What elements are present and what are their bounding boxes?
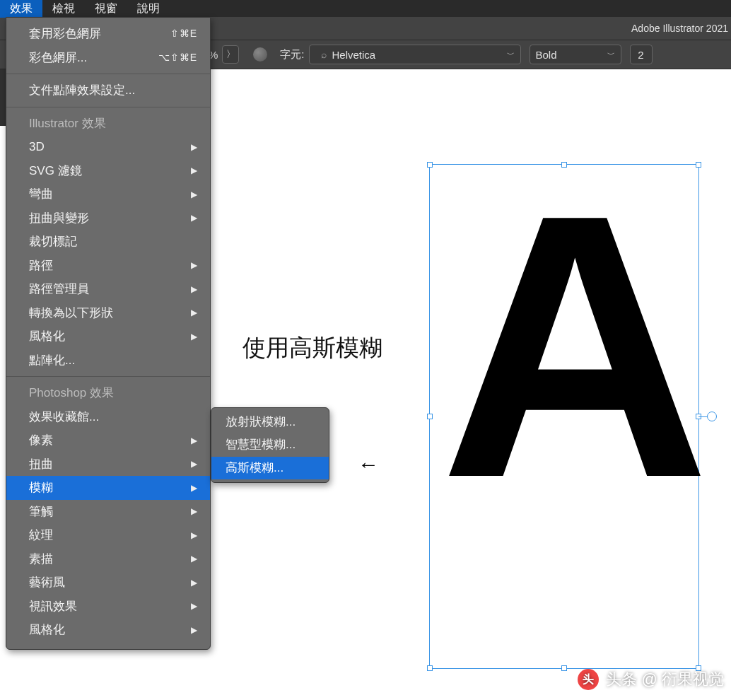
menu-item-label: 風格化	[29, 327, 65, 346]
menu-item-distort-transform[interactable]: 扭曲與變形▶	[6, 206, 210, 231]
menu-item-label: 模糊	[29, 479, 53, 497]
annotation-text: 使用高斯模糊	[242, 332, 382, 364]
menu-separator	[6, 74, 210, 74]
menu-item-rasterize[interactable]: 點陣化...	[6, 349, 210, 373]
menu-item-label: 像素	[29, 431, 53, 450]
menu-item-crop-marks[interactable]: 裁切標記	[6, 230, 210, 254]
menu-item-apply-color-halftone[interactable]: 套用彩色網屏 ⇧⌘E	[6, 22, 210, 46]
submenu-arrow-icon: ▶	[191, 505, 197, 518]
submenu-arrow-icon: ▶	[191, 211, 197, 224]
menu-item-label: 彎曲	[29, 185, 53, 204]
submenu-item-smart-blur[interactable]: 智慧型模糊...	[211, 433, 329, 456]
submenu-item-gaussian-blur[interactable]: 高斯模糊...	[211, 457, 329, 479]
menu-item-video[interactable]: 視訊效果▶	[6, 595, 210, 619]
menu-item-sketch[interactable]: 素描▶	[6, 547, 210, 571]
menu-item-pathfinder[interactable]: 路徑管理員▶	[6, 277, 210, 301]
submenu-arrow-icon: ▶	[191, 457, 197, 470]
canvas-letter: A	[440, 198, 703, 494]
menu-item-label: 3D	[29, 138, 45, 156]
font-label: 字元:	[280, 48, 304, 62]
menu-item-blur[interactable]: 模糊▶	[6, 476, 210, 500]
font-family-value: Helvetica	[329, 49, 507, 61]
options-expand-button[interactable]: 〉	[222, 45, 239, 64]
submenu-arrow-icon: ▶	[191, 434, 197, 447]
search-icon: ⌕	[321, 49, 327, 60]
menu-item-label: 文件點陣效果設定...	[29, 81, 135, 100]
globe-icon[interactable]	[253, 47, 267, 62]
menu-item-brush-strokes[interactable]: 筆觸▶	[6, 500, 210, 524]
menu-item-label: 轉換為以下形狀	[29, 304, 113, 322]
submenu-arrow-icon: ▶	[191, 552, 197, 565]
handle-ml[interactable]	[427, 414, 433, 419]
menubar-item-help[interactable]: 說明	[127, 0, 170, 18]
font-family-dropdown[interactable]: ⌕ Helvetica ﹀	[309, 45, 521, 64]
handle-bm[interactable]	[561, 665, 567, 671]
submenu-arrow-icon: ▶	[191, 529, 197, 542]
menu-item-color-halftone[interactable]: 彩色網屏... ⌥⇧⌘E	[6, 46, 210, 70]
chevron-down-icon: ﹀	[507, 49, 515, 60]
menu-item-label: 路徑	[29, 257, 53, 275]
font-size-stepper[interactable]: 2	[630, 45, 653, 64]
menu-item-doc-raster-settings[interactable]: 文件點陣效果設定...	[6, 78, 210, 103]
menu-item-pixelate[interactable]: 像素▶	[6, 428, 210, 453]
menu-item-distort-ps[interactable]: 扭曲▶	[6, 453, 210, 477]
handle-bl[interactable]	[427, 665, 433, 671]
font-weight-value: Bold	[536, 49, 557, 61]
submenu-arrow-icon: ▶	[191, 164, 197, 177]
menu-item-label: 紋理	[29, 526, 53, 544]
menu-item-label: 扭曲	[29, 455, 53, 474]
font-size-value: 2	[638, 49, 643, 61]
submenu-arrow-icon: ▶	[191, 600, 197, 612]
blur-submenu: 放射狀模糊... 智慧型模糊... 高斯模糊...	[211, 407, 329, 483]
menu-item-label: 裁切標記	[29, 233, 77, 251]
menu-item-3d[interactable]: 3D▶	[6, 135, 210, 159]
menu-item-texture[interactable]: 紋理▶	[6, 523, 210, 547]
menu-item-label: 筆觸	[29, 503, 53, 521]
handle-tl[interactable]	[427, 162, 433, 168]
watermark-text: 头条 @ 衍果视觉	[606, 669, 724, 690]
annotation-arrow: ←	[358, 453, 379, 477]
menu-item-label: 視訊效果	[29, 597, 77, 616]
menu-item-label: SVG 濾鏡	[29, 162, 82, 180]
menu-item-label: 風格化	[29, 621, 65, 639]
menubar-item-view[interactable]: 檢視	[42, 0, 85, 18]
submenu-arrow-icon: ▶	[191, 482, 197, 494]
watermark: 头 头条 @ 衍果视觉	[578, 669, 724, 690]
submenu-arrow-icon: ▶	[191, 306, 197, 319]
menu-item-stylize-ps[interactable]: 風格化▶	[6, 618, 210, 642]
submenu-arrow-icon: ▶	[191, 141, 197, 153]
font-weight-dropdown[interactable]: Bold ﹀	[530, 45, 621, 64]
menu-item-svg-filters[interactable]: SVG 濾鏡▶	[6, 159, 210, 183]
submenu-arrow-icon: ▶	[191, 283, 197, 296]
menu-separator	[6, 376, 210, 377]
menu-item-label: 效果收藏館...	[29, 408, 99, 426]
app-title: Adobe Illustrator 2021	[631, 23, 728, 34]
menu-item-convert-shape[interactable]: 轉換為以下形狀▶	[6, 301, 210, 325]
menu-item-label: 扭曲與變形	[29, 209, 89, 228]
menu-item-shortcut: ⇧⌘E	[170, 26, 197, 41]
menu-item-artistic[interactable]: 藝術風▶	[6, 571, 210, 595]
menu-item-stylize-ai[interactable]: 風格化▶	[6, 325, 210, 349]
menubar-item-effects[interactable]: 效果	[0, 0, 42, 18]
menu-item-effect-gallery[interactable]: 效果收藏館...	[6, 405, 210, 429]
menu-item-label: 套用彩色網屏	[29, 25, 101, 43]
submenu-item-radial-blur[interactable]: 放射狀模糊...	[211, 411, 329, 433]
menu-item-label: 素描	[29, 550, 53, 568]
menu-item-path[interactable]: 路徑▶	[6, 254, 210, 278]
menu-section-photoshop: Photoshop 效果	[6, 381, 210, 405]
menu-item-label: 路徑管理員	[29, 280, 89, 298]
submenu-arrow-icon: ▶	[191, 576, 197, 589]
menu-item-label: 彩色網屏...	[29, 49, 87, 67]
submenu-arrow-icon: ▶	[191, 624, 197, 636]
menu-item-warp[interactable]: 彎曲▶	[6, 182, 210, 206]
submenu-arrow-icon: ▶	[191, 259, 197, 272]
submenu-arrow-icon: ▶	[191, 188, 197, 201]
menubar-item-window[interactable]: 視窗	[85, 0, 127, 18]
menu-section-illustrator: Illustrator 效果	[6, 112, 210, 136]
text-out-port[interactable]	[707, 412, 717, 421]
chevron-down-icon: ﹀	[607, 49, 615, 60]
submenu-arrow-icon: ▶	[191, 330, 197, 343]
menu-item-label: 藝術風	[29, 573, 65, 592]
menu-separator	[6, 107, 210, 107]
watermark-logo-icon: 头	[578, 669, 599, 690]
